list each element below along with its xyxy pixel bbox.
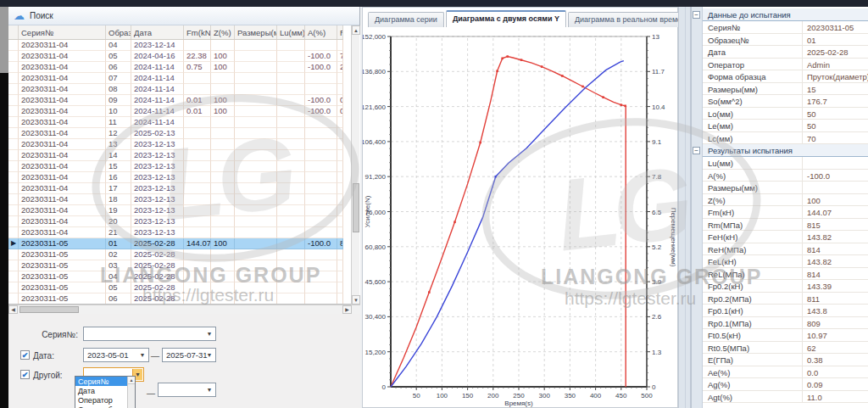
table-vertical-scrollbar[interactable]: ▲ ▼ (351, 25, 359, 305)
chevron-down-icon[interactable]: ▼ (204, 384, 214, 395)
row-selector-cell[interactable] (8, 84, 19, 95)
dropdown-scrollbar[interactable]: ▲ (127, 377, 135, 408)
column-header[interactable]: Дата (131, 25, 184, 39)
collapse-icon[interactable]: − (693, 11, 700, 19)
table-row[interactable]: 20230311-04192023-12-13 (8, 205, 343, 216)
property-row[interactable]: Образец№01 (703, 34, 868, 47)
table-row[interactable]: 20230311-04172023-12-13 (8, 183, 343, 194)
dropdown-item[interactable]: Дата (75, 386, 127, 395)
row-selector-cell[interactable] (8, 194, 19, 205)
table-row[interactable]: 20230311-04142023-12-13 (8, 150, 343, 161)
property-row[interactable]: Lu(мм) (703, 157, 868, 170)
column-header[interactable]: Fm(kN) (184, 25, 211, 39)
scroll-up-button[interactable]: ▲ (352, 25, 360, 35)
tab-inactive[interactable]: Диаграмма серии (368, 12, 444, 27)
table-row[interactable]: ▶20230311-05012025-02-28144.07100-100.08 (8, 238, 343, 249)
property-row[interactable]: E(ГПа)0.38 (703, 354, 868, 366)
table-row[interactable]: 20230311-04132023-12-13 (8, 139, 343, 150)
property-row[interactable]: Rm(МПа)815 (703, 219, 868, 232)
date-filter-checkbox[interactable]: ✔ (20, 350, 30, 360)
vertical-scroll-thumb[interactable] (353, 183, 359, 232)
table-row[interactable]: 20230311-04082024-11-14 (8, 84, 343, 95)
column-header[interactable]: Lu(мм) (277, 25, 305, 39)
column-header[interactable] (8, 25, 19, 39)
table-row[interactable]: 20230311-04182023-12-13 (8, 194, 343, 205)
property-row[interactable]: Размеры(мм) (703, 182, 868, 194)
row-selector-cell[interactable] (8, 227, 19, 238)
dropdown-item[interactable]: Форма образца (75, 405, 127, 408)
table-row[interactable]: 20230311-04152023-12-13 (8, 161, 343, 172)
row-selector-cell[interactable] (8, 260, 19, 271)
panel-splitter[interactable] (678, 7, 691, 408)
row-selector-cell[interactable] (8, 73, 19, 84)
property-row[interactable]: Le(мм)50 (703, 120, 868, 132)
row-selector-cell[interactable] (8, 282, 19, 293)
row-selector-cell[interactable] (8, 249, 19, 260)
other-filter-checkbox[interactable]: ✔ (20, 370, 30, 379)
column-header[interactable]: R (337, 25, 343, 39)
property-row[interactable]: Дата2025-02-28 (703, 46, 868, 59)
property-row[interactable]: Z(%)100 (703, 194, 868, 207)
scroll-right-button[interactable]: ▶ (342, 305, 352, 314)
horizontal-scroll-thumb[interactable] (19, 306, 79, 313)
property-row[interactable]: Fp0.2(кН)143.39 (703, 280, 868, 293)
column-header[interactable]: Образец№ (106, 25, 131, 39)
table-row[interactable]: 20230311-04092024-11-140.01100-100.00 (8, 95, 343, 106)
column-header[interactable]: A(%) (305, 25, 337, 39)
property-row[interactable]: Rt0.5(МПа)62 (703, 342, 868, 355)
table-row[interactable]: 20230311-04102024-11-140.01100-100.00 (8, 106, 343, 117)
property-row[interactable]: Rp0.1(МПа)809 (703, 317, 868, 330)
column-header[interactable]: Серия№ (19, 25, 106, 39)
row-selector-cell[interactable] (8, 205, 19, 216)
row-selector-cell[interactable] (8, 51, 19, 62)
property-row[interactable]: Ae(%)0.0 (703, 366, 868, 379)
table-row[interactable]: 20230311-05032025-02-28 (8, 260, 343, 271)
property-row[interactable]: Rp0.2(МПа)811 (703, 293, 868, 305)
property-row[interactable]: Agt(%)11.0 (703, 391, 868, 404)
property-row[interactable]: A(%)-100.0 (703, 170, 868, 182)
property-group-header[interactable]: −Данные до испытания (703, 8, 868, 21)
table-row[interactable]: 20230311-04112024-11-14 (8, 117, 343, 128)
row-selector-cell[interactable] (8, 95, 19, 106)
table-row[interactable]: 20230311-05062025-02-28 (8, 293, 343, 305)
property-row[interactable]: Ft0.5(кН)10.97 (703, 329, 868, 342)
chevron-down-icon[interactable]: ▼ (204, 349, 214, 360)
table-row[interactable]: 20230311-04202023-12-13 (8, 216, 343, 227)
property-row[interactable]: Lo(мм)50 (703, 108, 868, 120)
collapse-icon[interactable]: − (693, 147, 700, 154)
table-row[interactable]: 20230311-04122025-02-13 (8, 128, 343, 139)
table-row[interactable]: 20230311-04052024-04-1622.38100-100.07 (8, 51, 343, 62)
other-value-combobox[interactable]: ▼ (158, 383, 216, 397)
row-selector-cell[interactable] (8, 117, 19, 128)
property-row[interactable]: Серия№20230311-05 (703, 21, 868, 34)
column-header[interactable]: Z(%) (211, 25, 235, 39)
property-row[interactable]: ОператорAdmin (703, 59, 868, 71)
table-row[interactable]: 20230311-05052025-02-28 (8, 282, 343, 293)
property-row[interactable]: ReH(МПа)814 (703, 243, 868, 256)
dropdown-item[interactable]: Оператор (75, 395, 127, 405)
chevron-down-icon[interactable]: ▼ (204, 328, 214, 339)
date-to-combobox[interactable]: 2025-07-31 ▼ (162, 348, 216, 362)
table-row[interactable]: 20230311-04162023-12-13 (8, 172, 343, 183)
table-row[interactable]: 20230311-05042025-02-28 (8, 271, 343, 282)
row-selector-cell[interactable] (8, 150, 19, 161)
dropdown-item[interactable]: Серия№ (75, 377, 127, 386)
property-row[interactable]: ReL(МПа)814 (703, 268, 868, 281)
table-horizontal-scrollbar[interactable]: ◀ ▶ (8, 305, 360, 314)
property-row[interactable]: FeH(кН)143.82 (703, 231, 868, 243)
row-selector-cell[interactable] (8, 216, 19, 227)
scroll-down-button[interactable]: ▼ (352, 295, 360, 305)
property-row[interactable]: So(мм^2)176.7 (703, 95, 868, 108)
row-selector-cell[interactable] (8, 293, 19, 305)
row-selector-cell[interactable] (8, 139, 19, 150)
property-row[interactable]: Lc(мм)70 (703, 132, 868, 145)
table-row[interactable]: 20230311-04042023-12-14 (8, 40, 343, 51)
column-header[interactable]: Размеры(мм) (235, 25, 277, 39)
row-selector-cell[interactable]: ▶ (8, 238, 19, 249)
table-row[interactable]: 20230311-05022025-02-28 (8, 249, 343, 260)
table-row[interactable]: 20230311-04212023-12-13 (8, 227, 343, 238)
row-selector-cell[interactable] (8, 106, 19, 117)
row-selector-cell[interactable] (8, 271, 19, 282)
table-row[interactable]: 20230311-04062024-11-140.75100-100.02 (8, 62, 343, 73)
dropdown-scroll-up-icon[interactable]: ▲ (128, 377, 135, 384)
